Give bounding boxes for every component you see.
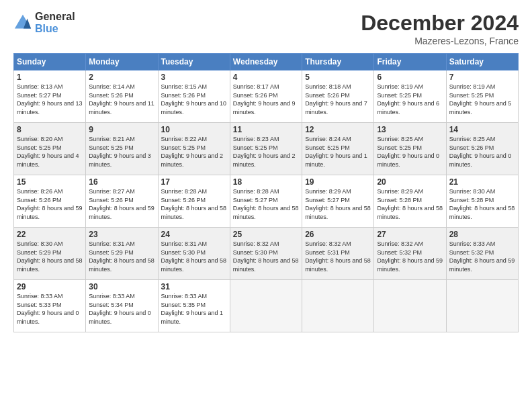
day-info: Sunrise: 8:29 AMSunset: 5:27 PMDaylight:… xyxy=(305,188,371,220)
calendar-header-row: Sunday Monday Tuesday Wednesday Thursday… xyxy=(14,54,519,71)
logo-general-text: General xyxy=(35,11,75,23)
col-friday: Friday xyxy=(374,54,446,71)
day-info: Sunrise: 8:17 AMSunset: 5:26 PMDaylight:… xyxy=(233,83,296,116)
day-number: 28 xyxy=(449,230,515,239)
day-number: 11 xyxy=(233,125,299,134)
day-number: 15 xyxy=(17,177,83,187)
day-number: 1 xyxy=(17,73,83,82)
logo-blue-text: Blue xyxy=(35,23,75,35)
day-number: 13 xyxy=(377,125,443,134)
day-number: 16 xyxy=(89,177,154,187)
day-number: 26 xyxy=(305,230,371,239)
day-number: 9 xyxy=(89,125,154,134)
day-cell-19: 19 Sunrise: 8:29 AMSunset: 5:27 PMDaylig… xyxy=(302,175,374,228)
empty-cell xyxy=(230,280,302,332)
day-cell-25: 25 Sunrise: 8:32 AMSunset: 5:30 PMDaylig… xyxy=(230,228,302,280)
day-number: 2 xyxy=(89,73,154,82)
day-number: 31 xyxy=(161,282,227,291)
day-cell-9: 9 Sunrise: 8:21 AMSunset: 5:25 PMDayligh… xyxy=(86,123,158,175)
day-info: Sunrise: 8:28 AMSunset: 5:27 PMDaylight:… xyxy=(233,188,299,220)
day-info: Sunrise: 8:21 AMSunset: 5:25 PMDaylight:… xyxy=(89,136,151,168)
day-info: Sunrise: 8:33 AMSunset: 5:33 PMDaylight:… xyxy=(17,293,79,325)
day-info: Sunrise: 8:19 AMSunset: 5:25 PMDaylight:… xyxy=(449,83,512,116)
day-cell-6: 6 Sunrise: 8:19 AMSunset: 5:25 PMDayligh… xyxy=(374,71,446,123)
day-number: 18 xyxy=(233,177,299,187)
day-cell-22: 22 Sunrise: 8:30 AMSunset: 5:29 PMDaylig… xyxy=(14,228,86,280)
day-info: Sunrise: 8:27 AMSunset: 5:26 PMDaylight:… xyxy=(89,188,154,220)
day-cell-20: 20 Sunrise: 8:29 AMSunset: 5:28 PMDaylig… xyxy=(374,175,446,228)
day-info: Sunrise: 8:31 AMSunset: 5:29 PMDaylight:… xyxy=(89,240,154,273)
empty-cell xyxy=(374,280,446,332)
day-info: Sunrise: 8:30 AMSunset: 5:28 PMDaylight:… xyxy=(449,188,515,220)
day-info: Sunrise: 8:31 AMSunset: 5:30 PMDaylight:… xyxy=(161,240,227,273)
day-info: Sunrise: 8:29 AMSunset: 5:28 PMDaylight:… xyxy=(377,188,443,220)
month-title: December 2024 xyxy=(361,11,519,36)
day-cell-10: 10 Sunrise: 8:22 AMSunset: 5:25 PMDaylig… xyxy=(158,123,230,175)
calendar-row-3: 22 Sunrise: 8:30 AMSunset: 5:29 PMDaylig… xyxy=(14,228,519,280)
day-cell-2: 2 Sunrise: 8:14 AMSunset: 5:26 PMDayligh… xyxy=(86,71,158,123)
day-cell-21: 21 Sunrise: 8:30 AMSunset: 5:28 PMDaylig… xyxy=(446,175,518,228)
day-number: 12 xyxy=(305,125,371,134)
day-number: 8 xyxy=(17,125,83,134)
day-info: Sunrise: 8:18 AMSunset: 5:26 PMDaylight:… xyxy=(305,83,367,116)
empty-cell xyxy=(302,280,374,332)
col-monday: Monday xyxy=(86,54,158,71)
day-cell-11: 11 Sunrise: 8:23 AMSunset: 5:25 PMDaylig… xyxy=(230,123,302,175)
day-cell-31: 31 Sunrise: 8:33 AMSunset: 5:35 PMDaylig… xyxy=(158,280,230,332)
day-info: Sunrise: 8:14 AMSunset: 5:26 PMDaylight:… xyxy=(89,83,154,116)
day-cell-27: 27 Sunrise: 8:32 AMSunset: 5:32 PMDaylig… xyxy=(374,228,446,280)
day-number: 30 xyxy=(89,282,154,291)
day-cell-18: 18 Sunrise: 8:28 AMSunset: 5:27 PMDaylig… xyxy=(230,175,302,228)
day-cell-24: 24 Sunrise: 8:31 AMSunset: 5:30 PMDaylig… xyxy=(158,228,230,280)
day-info: Sunrise: 8:33 AMSunset: 5:35 PMDaylight:… xyxy=(161,293,224,325)
day-info: Sunrise: 8:28 AMSunset: 5:26 PMDaylight:… xyxy=(161,188,227,220)
day-number: 5 xyxy=(305,73,371,82)
day-info: Sunrise: 8:23 AMSunset: 5:25 PMDaylight:… xyxy=(233,136,296,168)
col-tuesday: Tuesday xyxy=(158,54,230,71)
title-block: December 2024 Mazeres-Lezons, France xyxy=(361,11,519,46)
day-number: 23 xyxy=(89,230,154,239)
day-cell-28: 28 Sunrise: 8:33 AMSunset: 5:32 PMDaylig… xyxy=(446,228,518,280)
day-cell-12: 12 Sunrise: 8:24 AMSunset: 5:25 PMDaylig… xyxy=(302,123,374,175)
day-cell-29: 29 Sunrise: 8:33 AMSunset: 5:33 PMDaylig… xyxy=(14,280,86,332)
header: General Blue December 2024 Mazeres-Lezon… xyxy=(13,11,519,46)
day-cell-4: 4 Sunrise: 8:17 AMSunset: 5:26 PMDayligh… xyxy=(230,71,302,123)
day-number: 19 xyxy=(305,177,371,187)
calendar: Sunday Monday Tuesday Wednesday Thursday… xyxy=(13,53,519,332)
day-number: 7 xyxy=(449,73,515,82)
day-number: 29 xyxy=(17,282,83,291)
location: Mazeres-Lezons, France xyxy=(361,36,519,46)
day-cell-5: 5 Sunrise: 8:18 AMSunset: 5:26 PMDayligh… xyxy=(302,71,374,123)
day-info: Sunrise: 8:32 AMSunset: 5:30 PMDaylight:… xyxy=(233,240,299,273)
day-number: 17 xyxy=(161,177,227,187)
day-cell-30: 30 Sunrise: 8:33 AMSunset: 5:34 PMDaylig… xyxy=(86,280,158,332)
day-info: Sunrise: 8:20 AMSunset: 5:25 PMDaylight:… xyxy=(17,136,79,168)
calendar-row-1: 8 Sunrise: 8:20 AMSunset: 5:25 PMDayligh… xyxy=(14,123,519,175)
day-cell-26: 26 Sunrise: 8:32 AMSunset: 5:31 PMDaylig… xyxy=(302,228,374,280)
day-info: Sunrise: 8:19 AMSunset: 5:25 PMDaylight:… xyxy=(377,83,439,116)
day-cell-15: 15 Sunrise: 8:26 AMSunset: 5:26 PMDaylig… xyxy=(14,175,86,228)
day-info: Sunrise: 8:26 AMSunset: 5:26 PMDaylight:… xyxy=(17,188,83,220)
day-info: Sunrise: 8:33 AMSunset: 5:34 PMDaylight:… xyxy=(89,293,151,325)
day-cell-17: 17 Sunrise: 8:28 AMSunset: 5:26 PMDaylig… xyxy=(158,175,230,228)
day-cell-1: 1 Sunrise: 8:13 AMSunset: 5:27 PMDayligh… xyxy=(14,71,86,123)
day-number: 27 xyxy=(377,230,443,239)
day-number: 21 xyxy=(449,177,515,187)
calendar-row-0: 1 Sunrise: 8:13 AMSunset: 5:27 PMDayligh… xyxy=(14,71,519,123)
day-number: 10 xyxy=(161,125,227,134)
day-number: 24 xyxy=(161,230,227,239)
day-info: Sunrise: 8:25 AMSunset: 5:26 PMDaylight:… xyxy=(449,136,512,168)
day-info: Sunrise: 8:13 AMSunset: 5:27 PMDaylight:… xyxy=(17,83,83,116)
day-cell-23: 23 Sunrise: 8:31 AMSunset: 5:29 PMDaylig… xyxy=(86,228,158,280)
page: General Blue December 2024 Mazeres-Lezon… xyxy=(0,0,532,411)
day-info: Sunrise: 8:25 AMSunset: 5:25 PMDaylight:… xyxy=(377,136,439,168)
day-number: 6 xyxy=(377,73,443,82)
day-info: Sunrise: 8:32 AMSunset: 5:31 PMDaylight:… xyxy=(305,240,371,273)
day-info: Sunrise: 8:33 AMSunset: 5:32 PMDaylight:… xyxy=(449,240,515,273)
day-number: 3 xyxy=(161,73,227,82)
col-sunday: Sunday xyxy=(14,54,86,71)
day-info: Sunrise: 8:22 AMSunset: 5:25 PMDaylight:… xyxy=(161,136,224,168)
day-info: Sunrise: 8:15 AMSunset: 5:26 PMDaylight:… xyxy=(161,83,227,116)
logo: General Blue xyxy=(13,11,75,34)
day-cell-8: 8 Sunrise: 8:20 AMSunset: 5:25 PMDayligh… xyxy=(14,123,86,175)
